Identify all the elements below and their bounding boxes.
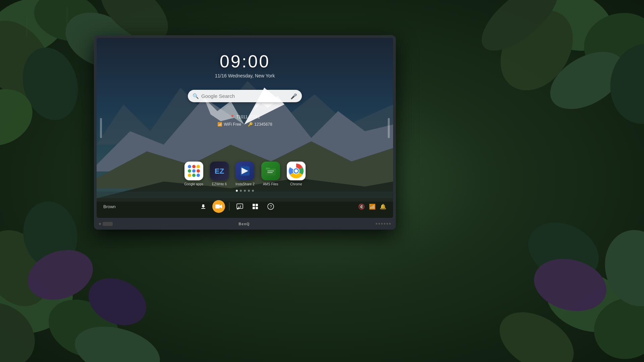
dot-yellow-2 (188, 174, 191, 177)
svg-rect-56 (256, 207, 258, 209)
taskbar: Brown (97, 198, 393, 215)
svg-rect-49 (201, 208, 205, 209)
chrome-icon (287, 162, 306, 180)
info-area: 📍 T1011 #7281 📶 WiFi Free 🔑 12345678 (97, 113, 393, 128)
instashare-label: InstaShare 2 (235, 182, 255, 186)
svg-rect-43 (267, 171, 274, 171)
clock-area: 09:00 11/16 Wednesday, New York (97, 51, 393, 78)
taskbar-user: Brown (103, 204, 116, 209)
dot-green (188, 169, 191, 173)
wifi-icon: 📶 (217, 122, 222, 127)
apps-row: Google apps EZ EZWrite 6 (97, 162, 393, 186)
monitor-button[interactable] (103, 222, 113, 226)
download-button[interactable] (197, 200, 210, 213)
meet-icon (215, 203, 222, 209)
wifi-info-row: 📶 WiFi Free 🔑 12345678 (97, 121, 393, 128)
cast-button[interactable] (233, 200, 246, 213)
svg-rect-50 (215, 204, 220, 208)
scroll-handle-right[interactable] (388, 118, 390, 138)
search-icon: 🔍 (193, 93, 199, 99)
page-dots (97, 190, 393, 192)
password-row: 🔑 12345678 (248, 122, 272, 127)
notification-icon[interactable]: 🔔 (380, 203, 386, 210)
app-item-chrome[interactable]: Chrome (287, 162, 306, 186)
wifi-row: 📶 WiFi Free (217, 122, 241, 127)
svg-rect-38 (97, 192, 393, 198)
dot-blue-3 (197, 174, 200, 177)
cast-icon (236, 203, 243, 209)
google-apps-icon (184, 162, 203, 180)
page-dot-2[interactable] (240, 190, 242, 192)
screen: 09:00 11/16 Wednesday, New York 🔍 🎤 📍 T1… (97, 38, 393, 218)
wifi-status-icon[interactable]: 📶 (369, 203, 376, 210)
monitor-bottom-right (376, 223, 391, 225)
google-apps-label: Google apps (184, 182, 203, 186)
meet-button[interactable] (212, 200, 225, 213)
taskbar-right: 🔇 📶 🔔 (358, 203, 386, 210)
svg-rect-54 (256, 204, 258, 206)
ezwrite-svg: EZ (213, 165, 225, 177)
ezwrite-icon: EZ (210, 162, 229, 180)
dot-red (192, 165, 196, 168)
search-bar[interactable]: 🔍 🎤 (188, 90, 302, 102)
page-dot-3[interactable] (244, 190, 246, 192)
app-item-ezwrite[interactable]: EZ EZWrite 6 (210, 162, 229, 186)
app-item-ams-files[interactable]: AMS Files (261, 162, 280, 186)
monitor-bottom-bar: BenQ (94, 218, 396, 230)
svg-point-48 (294, 169, 298, 173)
taskbar-divider (229, 202, 229, 210)
help-icon: ? (267, 203, 274, 210)
monitor-indicator-dot (99, 223, 101, 225)
help-button[interactable]: ? (264, 200, 277, 213)
page-dot-4[interactable] (248, 190, 250, 192)
app-item-google-apps[interactable]: Google apps (184, 162, 203, 186)
chrome-label: Chrome (290, 182, 302, 186)
dot-blue-1 (188, 165, 191, 168)
grid-button[interactable] (249, 200, 262, 213)
ams-files-label: AMS Files (263, 182, 278, 186)
clock-time: 09:00 (97, 51, 393, 71)
ams-svg (265, 165, 277, 177)
room-number: T1011 #7281 (236, 115, 260, 119)
scroll-handle-left[interactable] (100, 118, 102, 138)
microphone-icon[interactable]: 🎤 (290, 93, 297, 99)
svg-text:EZ: EZ (215, 167, 224, 175)
wifi-password: 12345678 (254, 122, 272, 127)
svg-text:?: ? (270, 204, 272, 209)
wifi-label: WiFi Free (224, 122, 241, 127)
app-item-instashare[interactable]: InstaShare 2 (235, 162, 255, 186)
dot-red-2 (197, 169, 200, 173)
download-icon (200, 203, 207, 210)
room-info-row: 📍 T1011 #7281 (97, 115, 393, 119)
svg-rect-44 (267, 172, 273, 173)
dot-blue-2 (192, 169, 196, 173)
dot-yellow (197, 165, 200, 168)
svg-rect-53 (253, 204, 255, 206)
instashare-icon (235, 162, 254, 180)
page-dot-5[interactable] (252, 190, 254, 192)
page-dot-1[interactable] (236, 190, 238, 192)
monitor-bottom-left (99, 222, 113, 226)
search-input[interactable] (188, 90, 302, 102)
key-icon: 🔑 (248, 122, 253, 127)
mute-icon[interactable]: 🔇 (358, 203, 365, 210)
clock-date: 11/16 Wednesday, New York (97, 73, 393, 78)
svg-rect-55 (253, 207, 255, 209)
svg-marker-51 (220, 204, 222, 208)
chrome-svg (287, 162, 306, 180)
dot-green-2 (192, 174, 196, 177)
taskbar-center: ? (197, 200, 277, 213)
monitor-frame: 09:00 11/16 Wednesday, New York 🔍 🎤 📍 T1… (94, 35, 396, 230)
ezwrite-label: EZWrite 6 (212, 182, 227, 186)
grid-icon (252, 203, 258, 209)
monitor-brand: BenQ (238, 222, 250, 226)
location-icon: 📍 (230, 115, 235, 119)
ams-files-icon (261, 162, 280, 180)
instashare-svg (239, 165, 251, 177)
